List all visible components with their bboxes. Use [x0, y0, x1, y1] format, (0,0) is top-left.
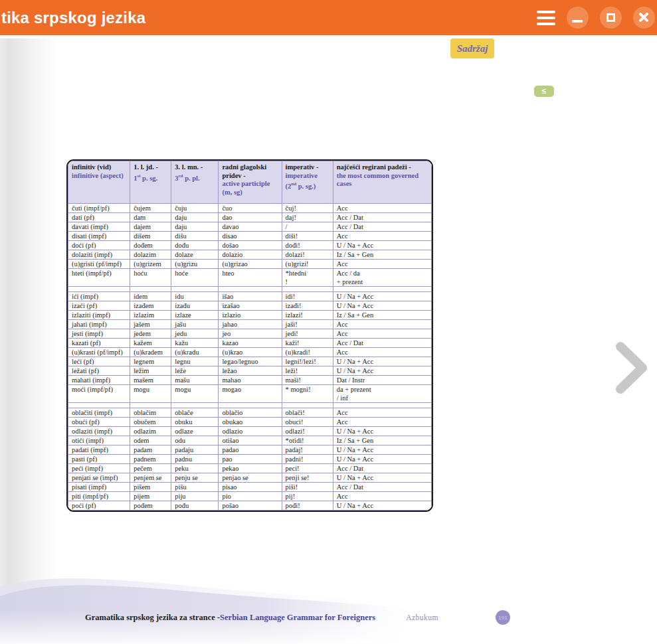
table-row: pisati (impf)pišempišupisaopiši!Acc / Da…	[68, 483, 432, 492]
table-cell: (u)grizi!	[282, 260, 333, 269]
table-cell: hteo	[219, 269, 282, 287]
table-cell: pij!	[282, 492, 333, 501]
table-cell: U / Na + Acc	[333, 473, 431, 483]
table-cell: izaći (pf)	[68, 301, 130, 311]
table-cell: legao/legnuo	[219, 357, 282, 366]
table-cell: davati (impf)	[68, 222, 130, 232]
table-cell: ležao	[219, 366, 282, 376]
group-spacer-row	[68, 287, 432, 292]
menu-icon[interactable]	[537, 11, 555, 25]
table-cell: Acc / Dat	[333, 339, 431, 348]
table-cell: pođu	[171, 501, 219, 511]
table-cell: oblačim	[130, 408, 171, 418]
table-cell: ležim	[130, 366, 171, 376]
table-cell: Acc	[333, 492, 431, 501]
table-row: poći (pf)pođempođupošaopođi!U / Na + Acc	[68, 501, 432, 511]
column-header: infinitiv (vid)infinitive (aspect)	[68, 161, 130, 204]
table-cell: odlazi!	[282, 427, 333, 436]
table-cell: dolazi!	[282, 250, 333, 260]
ebook-reader-window: tika srpskog jezika Sadržaj ≤	[0, 0, 657, 644]
table-row: doći (pf)dođemdođudošaodođi!U / Na + Acc	[68, 241, 432, 250]
nav-back-toggle-button[interactable]: ≤	[534, 86, 554, 97]
table-cell: jahati (impf)	[68, 320, 130, 329]
table-cell: oblačiti (impf)	[68, 408, 130, 418]
table-cell: /	[282, 222, 333, 232]
table-cell: oblači!	[282, 408, 333, 418]
table-row: izaći (pf)izađemizađuizašaoizađi!U / Na …	[68, 301, 432, 311]
verb-conjugation-table: infinitiv (vid)infinitive (aspect)1. l. …	[66, 159, 433, 512]
table-row: (u)krasti (pf/impf)(u)kradem(u)kradu(u)k…	[68, 348, 432, 357]
table-cell: izlazio	[219, 311, 282, 320]
table-cell: Iz / Sa + Gen	[333, 250, 431, 260]
table-cell: odu	[171, 436, 219, 445]
table-cell: U / Na + Acc	[333, 427, 431, 436]
table-cell: Acc / Dat	[333, 483, 431, 492]
table-cell: padnu	[171, 455, 219, 464]
book-page: Sadržaj ≤ infinitiv (vid)infinitive (asp…	[0, 35, 657, 644]
table-cell: U / Na + Acc	[333, 366, 431, 376]
table-cell: (u)grizu	[171, 260, 219, 269]
table-cell: dišem	[130, 232, 171, 241]
table-header-row: infinitiv (vid)infinitive (aspect)1. l. …	[68, 161, 432, 204]
table-cell: jašu	[171, 320, 219, 329]
table-cell: penjati se (impf)	[68, 473, 130, 483]
table-cell: U / Na + Acc	[333, 301, 431, 311]
close-button[interactable]	[633, 7, 655, 29]
minimize-button[interactable]	[567, 7, 589, 29]
table-cell: dati (pf)	[68, 213, 130, 222]
table-cell: obuku	[171, 418, 219, 427]
table-cell: pođem	[130, 501, 171, 511]
table-cell: padaj!	[282, 445, 333, 455]
table-cell: legnem	[130, 357, 171, 366]
table-cell: leže	[171, 366, 219, 376]
table-cell: Dat / Instr	[333, 376, 431, 385]
table-cell: pečem	[130, 464, 171, 473]
table-cell: kazao	[219, 339, 282, 348]
table-cell: peci!	[282, 464, 333, 473]
table-row: padati (impf)padampadajupadaopadaj!U / N…	[68, 445, 432, 455]
table-cell: jedem	[130, 329, 171, 339]
table-cell: oblače	[171, 408, 219, 418]
table-cell: peku	[171, 464, 219, 473]
table-cell: odlaze	[171, 427, 219, 436]
table-cell: mogao	[219, 385, 282, 403]
table-cell: penju se	[171, 473, 219, 483]
table-cell: došao	[219, 241, 282, 250]
next-page-button[interactable]	[612, 340, 651, 396]
table-cell: piti (impf/pf)	[68, 492, 130, 501]
table-cell: U / Na + Acc	[333, 357, 431, 366]
maximize-button[interactable]	[600, 7, 622, 29]
table-cell: piju	[171, 492, 219, 501]
footer-title-serbian: Gramatika srpskog jezika za strance -	[85, 613, 220, 623]
table-cell: Acc	[333, 204, 431, 213]
table-cell: dođem	[130, 241, 171, 250]
table-cell: izlaziti (impf)	[68, 311, 130, 320]
table-cell: * mogni!	[282, 385, 333, 403]
table-cell: pisao	[219, 483, 282, 492]
table-cell: Iz / Sa + Gen	[333, 436, 431, 445]
table-cell: izađi!	[282, 301, 333, 311]
contents-button[interactable]: Sadržaj	[450, 39, 494, 58]
table-cell: izašao	[219, 301, 282, 311]
table-row: piti (impf/pf)pijempijupiopij!Acc	[68, 492, 432, 501]
table-cell: Acc	[333, 260, 431, 269]
table-cell: Acc / Dat	[333, 213, 431, 222]
table-cell: (u)kradu	[171, 348, 219, 357]
table-cell: U / Na + Acc	[333, 501, 431, 511]
table-cell: čuti (impf/pf)	[68, 204, 130, 213]
table-cell: pio	[219, 492, 282, 501]
table-cell: mahao	[219, 376, 282, 385]
table-cell: U / Na + Acc	[333, 455, 431, 464]
table-cell: pišem	[130, 483, 171, 492]
table-row: mahati (impf)mašemmašumahaomaši!Dat / In…	[68, 376, 432, 385]
table-row: dolaziti (impf)dolazimdolazedolaziodolaz…	[68, 250, 432, 260]
table-cell: mogu	[130, 385, 171, 403]
table-cell: pao	[219, 455, 282, 464]
table-row: davati (impf)dajemdajudavao/Acc / Dat	[68, 222, 432, 232]
table-row: odlaziti (impf)odlazimodlazeodlazioodlaz…	[68, 427, 432, 436]
table-cell: otići (impf)	[68, 436, 130, 445]
table-cell: jahao	[219, 320, 282, 329]
table-cell: čuju	[171, 204, 219, 213]
table-cell: ležati (pf)	[68, 366, 130, 376]
table-cell: idem	[130, 292, 171, 301]
